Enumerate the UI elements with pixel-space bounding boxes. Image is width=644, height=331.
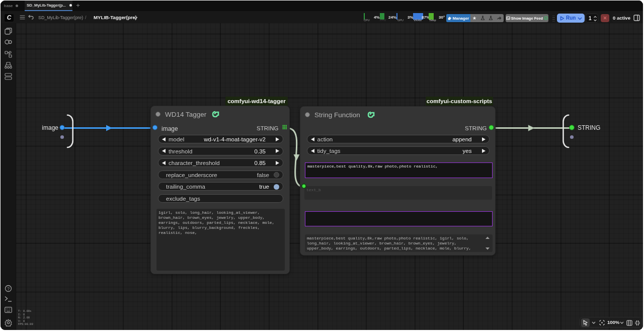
svg-text:?: ? <box>7 286 10 291</box>
